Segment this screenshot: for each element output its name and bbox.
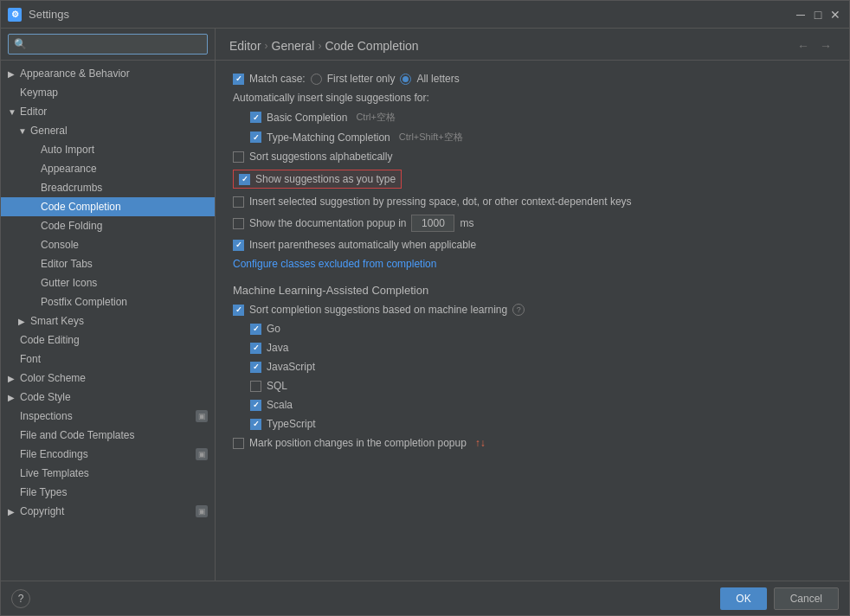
lang-typescript-checkbox[interactable] xyxy=(250,419,261,430)
sidebar-item-editor[interactable]: ▼ Editor xyxy=(1,102,215,121)
arrow-icon: ▼ xyxy=(8,107,16,117)
sidebar-item-label: Code Style xyxy=(20,391,71,403)
sidebar-item-file-encodings[interactable]: File Encodings ▣ xyxy=(1,445,215,464)
doc-popup-value-input[interactable] xyxy=(411,215,454,232)
sidebar-item-label: File and Code Templates xyxy=(20,429,135,441)
sort-alpha-checkbox[interactable] xyxy=(233,151,244,163)
lang-typescript-row: TypeScript xyxy=(250,418,832,430)
lang-go-row: Go xyxy=(250,323,832,335)
sidebar-item-label: Keymap xyxy=(20,87,58,99)
sidebar-item-general[interactable]: ▼ General xyxy=(1,121,215,140)
lang-java-checkbox[interactable] xyxy=(250,343,261,354)
sidebar-item-code-editing[interactable]: Code Editing xyxy=(1,330,215,350)
type-matching-checkbox[interactable] xyxy=(250,132,261,143)
sidebar-item-breadcrumbs[interactable]: Breadcrumbs xyxy=(1,178,215,197)
sidebar-item-console[interactable]: Console xyxy=(1,235,215,254)
sidebar-item-label: Code Completion xyxy=(41,201,121,213)
configure-excluded-link[interactable]: Configure classes excluded from completi… xyxy=(233,258,436,270)
arrow-icon: ▼ xyxy=(18,126,27,136)
sidebar-item-label: Code Editing xyxy=(20,334,80,346)
sidebar-item-file-types[interactable]: File Types xyxy=(1,483,215,502)
settings-window: ⚙ Settings ─ □ ✕ ▶ Appearance & Behavior… xyxy=(0,0,850,616)
match-case-label: Match case: xyxy=(249,73,306,85)
sidebar-item-inspections[interactable]: Inspections ▣ xyxy=(1,407,215,426)
type-matching-shortcut: Ctrl+Shift+空格 xyxy=(399,131,463,144)
lang-scala-checkbox[interactable] xyxy=(250,400,261,411)
sidebar-item-code-style[interactable]: ▶ Code Style xyxy=(1,388,215,407)
auto-insert-label: Automatically insert single suggestions … xyxy=(233,92,429,104)
sidebar-item-postfix-completion[interactable]: Postfix Completion xyxy=(1,292,215,311)
sidebar-item-gutter-icons[interactable]: Gutter Icons xyxy=(1,273,215,292)
cancel-button[interactable]: Cancel xyxy=(774,587,839,610)
sort-alpha-label: Sort suggestions alphabetically xyxy=(249,151,392,163)
search-input[interactable] xyxy=(8,34,208,55)
nav-forward-button[interactable]: → xyxy=(816,37,835,55)
sidebar-item-label: Editor Tabs xyxy=(41,258,93,270)
sidebar-item-label: Code Folding xyxy=(41,220,102,232)
ml-sort-row: Sort completion suggestions based on mac… xyxy=(233,304,832,316)
copyright-badge: ▣ xyxy=(196,505,208,517)
insert-parens-checkbox[interactable] xyxy=(233,240,244,251)
sidebar-item-live-templates[interactable]: Live Templates xyxy=(1,464,215,483)
ml-help-icon[interactable]: ? xyxy=(512,304,525,316)
arrow-icon: ▶ xyxy=(8,393,16,402)
sidebar-item-label: File Types xyxy=(20,486,67,498)
show-suggestions-label: Show suggestions as you type xyxy=(255,173,396,185)
sidebar-item-label: Breadcrumbs xyxy=(41,182,102,194)
sidebar-item-label: Color Scheme xyxy=(20,372,86,384)
breadcrumb-general: General xyxy=(272,39,315,53)
sidebar-item-copyright[interactable]: ▶ Copyright ▣ xyxy=(1,502,215,521)
lang-javascript-checkbox[interactable] xyxy=(250,362,261,373)
nav-back-button[interactable]: ← xyxy=(794,37,813,55)
sidebar-item-label: Appearance xyxy=(41,163,97,175)
breadcrumb-code-completion: Code Completion xyxy=(325,39,418,53)
insert-selected-checkbox[interactable] xyxy=(233,196,244,208)
search-box xyxy=(1,29,215,61)
all-letters-radio[interactable] xyxy=(400,74,411,85)
lang-scala-label: Scala xyxy=(267,399,293,411)
sidebar-item-label: Editor xyxy=(20,106,47,118)
show-suggestions-highlight: Show suggestions as you type xyxy=(233,170,402,189)
lang-sql-checkbox[interactable] xyxy=(250,381,261,392)
ok-button[interactable]: OK xyxy=(720,587,766,610)
type-matching-label: Type-Matching Completion xyxy=(267,132,390,144)
insert-parens-label: Insert parentheses automatically when ap… xyxy=(249,239,476,251)
lang-typescript-label: TypeScript xyxy=(267,418,316,430)
sidebar-item-label: Gutter Icons xyxy=(41,277,97,289)
first-letter-radio[interactable] xyxy=(311,74,322,85)
sidebar-item-keymap[interactable]: Keymap xyxy=(1,83,215,102)
sidebar: ▶ Appearance & Behavior Keymap ▼ Editor … xyxy=(1,29,216,581)
sidebar-item-label: Copyright xyxy=(20,505,64,517)
show-doc-popup-checkbox[interactable] xyxy=(233,218,244,229)
mark-position-arrows: ↑↓ xyxy=(475,437,486,449)
minimize-button[interactable]: ─ xyxy=(794,8,808,22)
bottom-right: OK Cancel xyxy=(720,587,839,610)
sidebar-item-color-scheme[interactable]: ▶ Color Scheme xyxy=(1,369,215,388)
sidebar-item-editor-tabs[interactable]: Editor Tabs xyxy=(1,254,215,273)
sidebar-item-file-code-templates[interactable]: File and Code Templates xyxy=(1,426,215,445)
settings-tree: ▶ Appearance & Behavior Keymap ▼ Editor … xyxy=(1,61,215,581)
sidebar-item-code-completion[interactable]: Code Completion xyxy=(1,197,215,216)
close-button[interactable]: ✕ xyxy=(828,8,842,22)
lang-go-checkbox[interactable] xyxy=(250,324,261,335)
ml-sort-checkbox[interactable] xyxy=(233,305,244,316)
mark-position-checkbox[interactable] xyxy=(233,438,244,449)
insert-selected-row: Insert selected suggestion by pressing s… xyxy=(233,196,832,208)
match-case-checkbox[interactable] xyxy=(233,74,244,85)
mark-position-row: Mark position changes in the completion … xyxy=(233,437,832,449)
sidebar-item-appearance-behavior[interactable]: ▶ Appearance & Behavior xyxy=(1,64,215,83)
content-header: Editor › General › Code Completion ← → xyxy=(216,29,849,61)
nav-arrows: ← → xyxy=(794,37,835,55)
sidebar-item-appearance[interactable]: Appearance xyxy=(1,159,215,178)
sidebar-item-smart-keys[interactable]: ▶ Smart Keys xyxy=(1,311,215,330)
sidebar-item-auto-import[interactable]: Auto Import xyxy=(1,140,215,159)
window-controls: ─ □ ✕ xyxy=(794,8,842,22)
maximize-button[interactable]: □ xyxy=(811,8,825,22)
sidebar-item-label: Appearance & Behavior xyxy=(20,67,130,80)
sidebar-item-font[interactable]: Font xyxy=(1,350,215,369)
sidebar-item-code-folding[interactable]: Code Folding xyxy=(1,216,215,235)
arrow-icon: ▶ xyxy=(8,69,16,79)
basic-completion-checkbox[interactable] xyxy=(250,112,261,123)
help-button[interactable]: ? xyxy=(11,589,30,608)
show-suggestions-checkbox[interactable] xyxy=(239,174,250,185)
